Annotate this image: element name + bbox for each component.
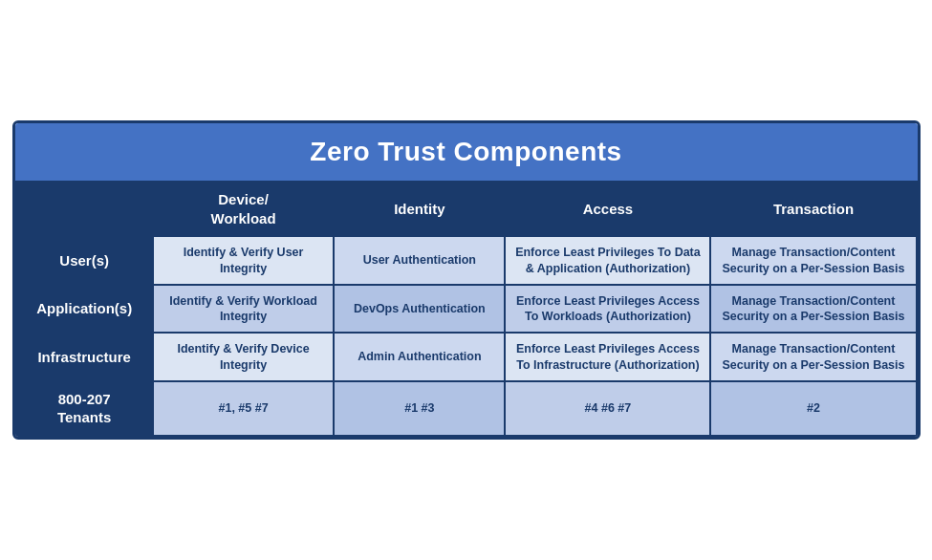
row-label: User(s) — [16, 236, 153, 285]
header-access: Access — [505, 182, 710, 236]
row-label: Application(s) — [16, 285, 153, 334]
table-row: InfrastructureIdentify & Verify Device I… — [16, 333, 917, 381]
header-row: Device/ Workload Identity Access Transac… — [16, 182, 917, 236]
cell-col1: #1, #5 #7 — [153, 381, 334, 436]
cell-col4: Manage Transaction/Content Security on a… — [710, 236, 916, 285]
cell-col1: Identify & Verify User Integrity — [153, 236, 334, 285]
page-title: Zero Trust Components — [15, 123, 918, 181]
cell-col3: Enforce Least Privileges Access To Infra… — [505, 333, 710, 381]
cell-col3: #4 #6 #7 — [505, 381, 710, 436]
row-label: Infrastructure — [16, 333, 153, 381]
row-label: 800-207 Tenants — [16, 381, 153, 436]
cell-col4: Manage Transaction/Content Security on a… — [710, 333, 916, 381]
cell-col1: Identify & Verify Workload Integrity — [153, 285, 334, 334]
cell-col1: Identify & Verify Device Integrity — [153, 333, 334, 381]
cell-col3: Enforce Least Privileges Access To Workl… — [505, 285, 710, 334]
zero-trust-table: Device/ Workload Identity Access Transac… — [15, 181, 918, 437]
cell-col3: Enforce Least Privileges To Data & Appli… — [505, 236, 710, 285]
cell-col2: #1 #3 — [334, 381, 505, 436]
zero-trust-table-container: Zero Trust Components Device/ Workload I… — [12, 120, 921, 440]
cell-col2: Admin Authentication — [334, 333, 505, 381]
cell-col2: DevOps Authentication — [334, 285, 505, 334]
cell-col4: Manage Transaction/Content Security on a… — [710, 285, 916, 334]
header-transaction: Transaction — [710, 182, 916, 236]
table-body: User(s)Identify & Verify User IntegrityU… — [16, 236, 917, 436]
cell-col2: User Authentication — [334, 236, 505, 285]
cell-col4: #2 — [710, 381, 916, 436]
table-row: Application(s)Identify & Verify Workload… — [16, 285, 917, 334]
header-identity: Identity — [334, 182, 505, 236]
table-row: User(s)Identify & Verify User IntegrityU… — [16, 236, 917, 285]
table-row: 800-207 Tenants#1, #5 #7#1 #3#4 #6 #7#2 — [16, 381, 917, 436]
header-empty — [16, 182, 153, 236]
header-device: Device/ Workload — [153, 182, 334, 236]
